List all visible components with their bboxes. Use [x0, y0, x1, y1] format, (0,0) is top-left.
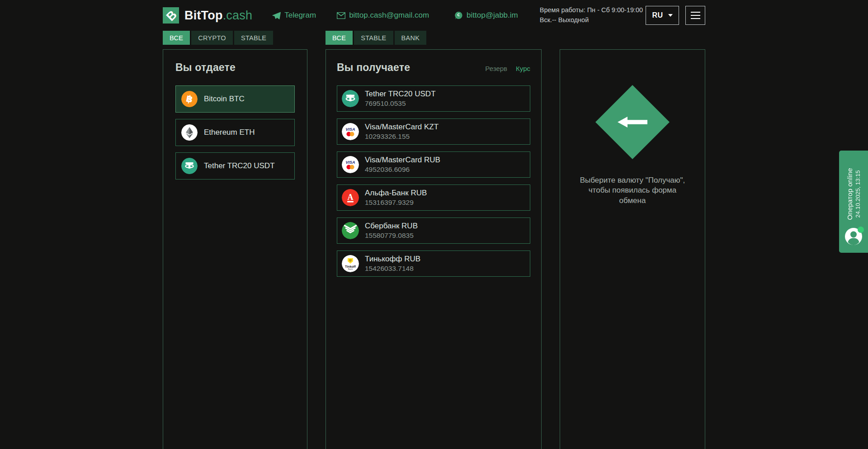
- rate-toggle[interactable]: Курс: [516, 65, 530, 72]
- receive-tab-stable[interactable]: STABLE: [354, 31, 393, 45]
- give-item-tether[interactable]: Tether TRC20 USDT: [175, 152, 295, 180]
- menu-button[interactable]: [685, 6, 705, 25]
- receive-item-reserve: 4952036.6096: [365, 165, 440, 174]
- receive-title: Вы получаете: [337, 61, 410, 74]
- language-value: RU: [652, 11, 663, 19]
- receive-item-tether[interactable]: Tether TRC20 USDT 769510.0535: [337, 85, 530, 112]
- receive-item-reserve: 10293326.155: [365, 132, 439, 141]
- receive-item-reserve: 15426033.7148: [365, 265, 420, 273]
- give-column: ВСЕ CRYPTO STABLE Вы отдаете ฿ Bitcoin B…: [163, 31, 307, 449]
- give-item-label: Ethereum ETH: [204, 128, 255, 137]
- logo-text: BitTop.cash: [184, 9, 252, 23]
- chevron-down-icon: [668, 14, 673, 17]
- sberbank-icon: [342, 222, 359, 239]
- svg-text:VISA: VISA: [345, 160, 355, 165]
- jabber-icon: [454, 11, 463, 20]
- receive-item-visa-kzt[interactable]: VISA Visa/MasterCard KZT 10293326.155: [337, 118, 530, 145]
- select-currency-message: Выберите валюту "Получаю", чтобы появила…: [571, 175, 694, 206]
- jabber-link[interactable]: bittop@jabb.im: [454, 11, 518, 20]
- tinkoff-icon: Tinkoff Bank: [342, 255, 359, 272]
- email-link[interactable]: bittop.cash@gmail.com: [337, 11, 429, 20]
- ethereum-icon: [181, 124, 198, 141]
- working-hours-line1: Время работы: Пн - Сб 9:00-19:00: [540, 5, 643, 15]
- receive-item-visa-rub[interactable]: VISA Visa/MasterCard RUB 4952036.6096: [337, 151, 530, 178]
- svg-text:Bank: Bank: [348, 268, 353, 270]
- receive-item-label: Альфа-Банк RUB: [365, 189, 427, 198]
- tether-icon: [342, 90, 359, 107]
- give-item-label: Tether TRC20 USDT: [204, 161, 275, 170]
- receive-item-label: Visa/MasterCard KZT: [365, 123, 439, 132]
- info-panel: Выберите валюту "Получаю", чтобы появила…: [560, 49, 705, 449]
- select-currency-diamond: [595, 85, 670, 159]
- receive-item-reserve: 15580779.0835: [365, 232, 418, 240]
- telegram-link[interactable]: Telegram: [272, 11, 316, 20]
- give-item-bitcoin[interactable]: ฿ Bitcoin BTC: [175, 85, 295, 113]
- header: B BitTop.cash Telegram bittop.cash@gmail…: [0, 0, 868, 31]
- language-selector[interactable]: RU: [646, 6, 679, 25]
- receive-column: ВСЕ STABLE BANK Вы получаете Резерв Курс: [326, 31, 542, 449]
- receive-panel: Вы получаете Резерв Курс Tether TRC20 US…: [326, 49, 542, 449]
- online-status-dot: [858, 227, 864, 233]
- receive-item-label: Visa/MasterCard RUB: [365, 156, 440, 165]
- svg-text:A: A: [348, 193, 354, 202]
- logo[interactable]: B BitTop.cash: [163, 7, 252, 24]
- visa-mastercard-icon: VISA: [342, 156, 359, 173]
- menu-icon: [691, 12, 700, 13]
- give-tab-all[interactable]: ВСЕ: [163, 31, 190, 45]
- email-icon: [337, 12, 345, 19]
- receive-item-label: Tether TRC20 USDT: [365, 90, 436, 99]
- give-tab-crypto[interactable]: CRYPTO: [191, 31, 233, 45]
- give-panel: Вы отдаете ฿ Bitcoin BTC Ethereum ETH: [163, 49, 307, 449]
- visa-mastercard-icon: VISA: [342, 123, 359, 140]
- bitcoin-icon: ฿: [181, 91, 198, 107]
- give-item-ethereum[interactable]: Ethereum ETH: [175, 119, 295, 146]
- give-title: Вы отдаете: [175, 61, 295, 74]
- info-column: Выберите валюту "Получаю", чтобы появила…: [560, 31, 705, 449]
- receive-item-reserve: 769510.0535: [365, 99, 436, 108]
- reserve-toggle[interactable]: Резерв: [485, 65, 507, 72]
- receive-filter-tabs: ВСЕ STABLE BANK: [326, 31, 542, 45]
- working-hours-line2: Вск.-- Выходной: [540, 15, 643, 25]
- receive-item-sber[interactable]: Сбербанк RUB 15580779.0835: [337, 217, 530, 244]
- receive-item-tinkoff[interactable]: Tinkoff Bank Тинькофф RUB 15426033.7148: [337, 250, 530, 277]
- receive-item-label: Сбербанк RUB: [365, 222, 418, 231]
- telegram-icon: [272, 12, 281, 19]
- svg-text:VISA: VISA: [345, 127, 355, 132]
- receive-item-reserve: 15316397.9329: [365, 199, 427, 207]
- tether-icon: [181, 158, 198, 174]
- logo-icon: B: [163, 7, 179, 24]
- receive-item-alfa[interactable]: A Альфа-Банк RUB 15316397.9329: [337, 184, 530, 211]
- receive-tab-all[interactable]: ВСЕ: [326, 31, 353, 45]
- give-filter-tabs: ВСЕ CRYPTO STABLE: [163, 31, 307, 45]
- alfa-bank-icon: A: [342, 189, 359, 206]
- receive-item-label: Тинькофф RUB: [365, 255, 420, 264]
- give-item-label: Bitcoin BTC: [204, 95, 245, 104]
- receive-tab-bank[interactable]: BANK: [395, 31, 427, 45]
- arrow-left-icon: [618, 116, 647, 128]
- operator-avatar-icon: [844, 227, 863, 246]
- give-tab-stable[interactable]: STABLE: [234, 31, 273, 45]
- operator-online-banner[interactable]: Оператор online 24.10.2025, 13:15: [839, 151, 868, 253]
- working-hours: Время работы: Пн - Сб 9:00-19:00 Вск.-- …: [540, 5, 643, 25]
